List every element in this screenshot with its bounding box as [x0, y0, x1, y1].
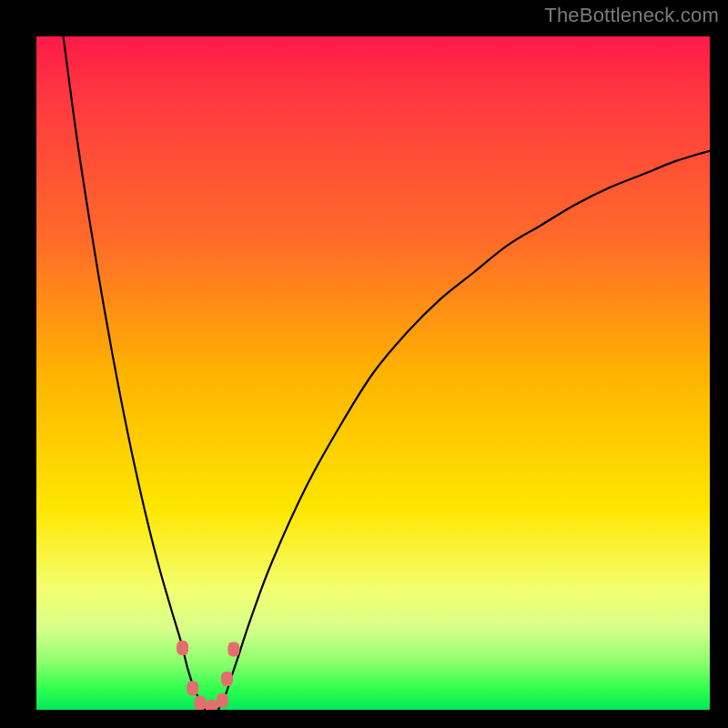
data-marker	[217, 693, 228, 708]
chart-stage: TheBottleneck.com	[0, 0, 728, 728]
data-marker	[221, 672, 233, 686]
data-marker	[177, 641, 188, 655]
curve-right-branch	[218, 151, 710, 710]
data-marker	[206, 700, 217, 710]
curve-group	[64, 36, 710, 710]
marker-group	[177, 641, 239, 710]
curve-svg	[36, 36, 710, 710]
curve-left-branch	[64, 36, 205, 710]
data-marker	[194, 696, 206, 710]
data-marker	[228, 642, 239, 656]
plot-area	[36, 36, 710, 710]
watermark-label: TheBottleneck.com	[544, 4, 719, 27]
data-marker	[187, 681, 198, 695]
